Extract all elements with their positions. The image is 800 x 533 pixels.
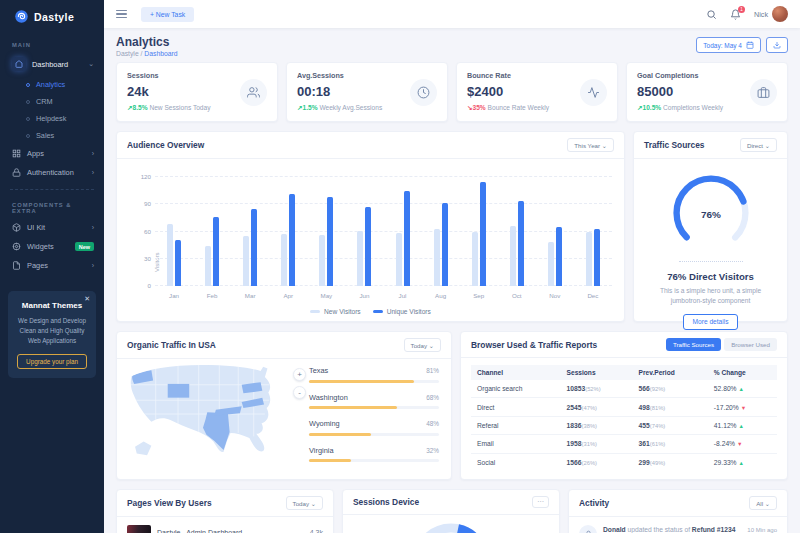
channel-cell[interactable]: Direct bbox=[471, 398, 561, 416]
bar-new-visitors bbox=[472, 232, 478, 287]
map-zoom-out-button[interactable]: - bbox=[293, 386, 306, 399]
lock-icon bbox=[12, 168, 21, 177]
sidebar-item-authentication[interactable]: Authentication › bbox=[0, 163, 104, 182]
activity-target: Refund #1234 bbox=[692, 526, 736, 533]
sidebar-item-label: Dashboard bbox=[32, 60, 82, 69]
table-row[interactable]: Social1566(26%)299(49%)29.33% ▲ bbox=[471, 453, 777, 471]
activity-icon bbox=[580, 79, 607, 106]
bar-group: May bbox=[307, 177, 345, 286]
brand-logo[interactable]: Dastyle bbox=[0, 0, 104, 32]
tab-traffic-sources[interactable]: Traffic Sources bbox=[666, 338, 721, 351]
bar-new-visitors bbox=[281, 234, 287, 286]
change-cell: 41.12% ▲ bbox=[708, 416, 777, 434]
usa-map[interactable] bbox=[123, 358, 295, 470]
x-tick-label: Feb bbox=[207, 292, 218, 299]
close-icon[interactable]: ✕ bbox=[84, 295, 90, 303]
page-title: Analytics bbox=[116, 35, 169, 49]
traffic-gauge: 76% bbox=[634, 159, 787, 265]
search-icon[interactable] bbox=[706, 9, 717, 20]
state-row: Wyoming48% bbox=[309, 419, 439, 436]
table-row[interactable]: Email1958(31%)361(61%)-8.24% ▼ bbox=[471, 435, 777, 453]
legend-item[interactable]: New Visitors bbox=[310, 308, 361, 315]
date-label: Today: May 4 bbox=[703, 42, 742, 49]
map-zoom-in-button[interactable]: + bbox=[293, 368, 306, 381]
upgrade-plan-button[interactable]: Upgrade your plan bbox=[17, 354, 87, 369]
sidebar-item-apps[interactable]: Apps › bbox=[0, 144, 104, 163]
activity-row[interactable]: Donald updated the status of Refund #123… bbox=[569, 517, 787, 533]
stat-card-sessions: Sessions 24k ↗8.5% New Sessions Today bbox=[116, 62, 278, 122]
users-icon bbox=[240, 79, 267, 106]
stat-value: 24k bbox=[127, 84, 240, 99]
sidebar-item-dashboard[interactable]: Dashboard ⌄ bbox=[0, 52, 104, 76]
breadcrumb-root[interactable]: Dastyle bbox=[116, 50, 139, 57]
promo-description: We Design and Develop Clean and High Qua… bbox=[15, 316, 89, 345]
gear-icon bbox=[12, 242, 21, 251]
tab-browser-used[interactable]: Browser Used bbox=[724, 338, 777, 351]
brand-name: Dastyle bbox=[34, 11, 74, 23]
stat-card-avg-sessions: Avg.Sessions 00:18 ↗1.5% Weekly Avg.Sess… bbox=[286, 62, 448, 122]
activity-filter-dropdown[interactable]: All ⌄ bbox=[749, 496, 777, 510]
bar-group: Oct bbox=[498, 177, 536, 286]
sidebar-item-pages[interactable]: Pages › bbox=[0, 256, 104, 275]
bar-unique-visitors bbox=[594, 229, 600, 286]
audience-overview-card: Audience Overview This Year ⌄ Visitors 0… bbox=[116, 131, 625, 322]
sidebar-item-widgets[interactable]: Widgets New bbox=[0, 237, 104, 256]
legend-label: Unique Visitors bbox=[387, 308, 431, 315]
x-tick-label: Jun bbox=[359, 292, 369, 299]
bar-group: Nov bbox=[536, 177, 574, 286]
sidebar-item-crm[interactable]: CRM bbox=[0, 93, 104, 110]
bar-new-visitors bbox=[357, 231, 363, 286]
y-tick-label: 120 bbox=[127, 173, 151, 180]
stat-note: New Sessions Today bbox=[149, 104, 210, 111]
trend-up-icon: ▲ bbox=[738, 423, 743, 429]
column-header: Sessions bbox=[561, 365, 633, 380]
organic-traffic-card: Organic Traffic In USA Today ⌄ bbox=[116, 331, 452, 480]
download-report-button[interactable] bbox=[766, 37, 788, 53]
traffic-reports-card: Browser Used & Traffic Reports Traffic S… bbox=[460, 331, 788, 480]
states-list: Texas81%Washington68%Wyoming48%Virginia3… bbox=[309, 366, 439, 472]
sidebar-item-analytics[interactable]: Analytics bbox=[0, 76, 104, 93]
channel-cell[interactable]: Organic search bbox=[471, 380, 561, 398]
sidebar-item-ui-kit[interactable]: UI Kit › bbox=[0, 218, 104, 237]
progress-track bbox=[309, 433, 439, 436]
table-row[interactable]: Organic search10853(52%)566(92%)52.80% ▲ bbox=[471, 380, 777, 398]
x-tick-label: Oct bbox=[512, 292, 522, 299]
channel-cell[interactable]: Email bbox=[471, 435, 561, 453]
sessions-cell: 1566(26%) bbox=[561, 453, 633, 471]
pages-filter-dropdown[interactable]: Today ⌄ bbox=[286, 496, 323, 510]
channel-cell[interactable]: Referal bbox=[471, 416, 561, 434]
page-view-row[interactable]: Dastyle - Admin Dashboard 4.3k bbox=[117, 517, 333, 533]
table-row[interactable]: Referal1836(38%)455(74%)41.12% ▲ bbox=[471, 416, 777, 434]
table-row[interactable]: Direct2545(47%)498(81%)-17.20% ▼ bbox=[471, 398, 777, 416]
page-name: Dastyle - Admin Dashboard bbox=[157, 529, 304, 533]
notifications-button[interactable]: 1 bbox=[730, 9, 741, 20]
menu-toggle-icon[interactable] bbox=[116, 10, 127, 19]
state-row: Washington68% bbox=[309, 393, 439, 410]
stat-card-goal-completions: Goal Completions 85000 ↗10.5% Completion… bbox=[626, 62, 788, 122]
audience-filter-dropdown[interactable]: This Year ⌄ bbox=[567, 138, 614, 152]
chevron-right-icon: › bbox=[92, 262, 94, 269]
bar-new-visitors bbox=[434, 229, 440, 286]
stat-card-bounce-rate: Bounce Rate $2400 ↘35% Bounce Rate Weekl… bbox=[456, 62, 618, 122]
filter-label: All bbox=[756, 500, 763, 507]
traffic-filter-dropdown[interactable]: Direct ⌄ bbox=[740, 138, 777, 152]
brand-swirl-icon bbox=[14, 9, 29, 24]
channel-cell[interactable]: Social bbox=[471, 453, 561, 471]
sidebar-item-helpdesk[interactable]: Helpdesk bbox=[0, 110, 104, 127]
sidebar-item-sales[interactable]: Sales bbox=[0, 127, 104, 144]
column-header: Channel bbox=[471, 365, 561, 380]
prev-period-cell: 361(61%) bbox=[633, 435, 708, 453]
organic-filter-dropdown[interactable]: Today ⌄ bbox=[404, 338, 441, 352]
more-details-button[interactable]: More details bbox=[683, 314, 739, 330]
card-menu-button[interactable]: ⋯ bbox=[532, 496, 549, 508]
y-tick-label: 30 bbox=[127, 255, 151, 262]
date-range-button[interactable]: Today: May 4 bbox=[696, 37, 761, 53]
state-name: Virginia bbox=[309, 446, 334, 455]
user-menu[interactable]: Nick bbox=[754, 6, 788, 22]
x-tick-label: Jul bbox=[399, 292, 407, 299]
progress-track bbox=[309, 380, 439, 383]
breadcrumb-current: Dashboard bbox=[144, 50, 177, 57]
legend-item[interactable]: Unique Visitors bbox=[373, 308, 431, 315]
sidebar-section-components: COMPONENTS & EXTRA bbox=[0, 192, 104, 218]
new-task-button[interactable]: + New Task bbox=[141, 7, 194, 22]
